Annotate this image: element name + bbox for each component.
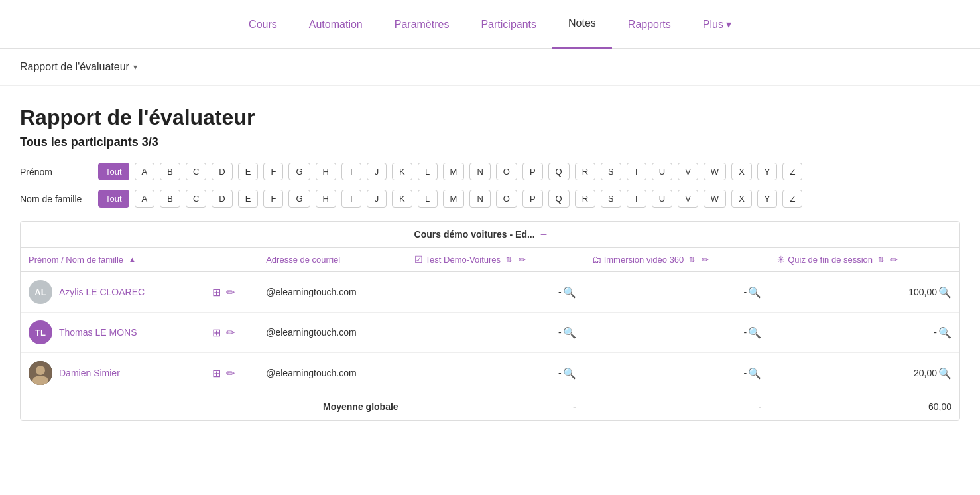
nom-filter-w[interactable]: W bbox=[704, 190, 726, 208]
nom-filter-q[interactable]: Q bbox=[548, 190, 570, 208]
prenom-filter-s[interactable]: S bbox=[601, 163, 621, 180]
prenom-filter-m[interactable]: M bbox=[443, 163, 465, 180]
row2-col1-value: - bbox=[558, 327, 562, 338]
col2-label: Immersion vidéo 360 bbox=[604, 255, 684, 265]
sort-col2-icon[interactable]: ⇅ bbox=[689, 255, 695, 264]
edit-col2-icon[interactable]: ✏ bbox=[702, 255, 709, 265]
nom-filter-t[interactable]: T bbox=[627, 190, 646, 208]
prenom-filter-h[interactable]: H bbox=[316, 163, 336, 180]
nom-filter-y[interactable]: Y bbox=[757, 190, 778, 208]
prenom-filter-r[interactable]: R bbox=[575, 163, 595, 180]
row3-col1-value: - bbox=[558, 368, 562, 378]
row2-col3-search-icon[interactable]: 🔍 bbox=[938, 326, 951, 339]
user-name-2[interactable]: Thomas LE MONS bbox=[59, 327, 137, 338]
row3-edit-icon[interactable]: ✏ bbox=[226, 367, 235, 380]
nom-filter-z[interactable]: Z bbox=[782, 190, 802, 208]
prenom-filter-n[interactable]: N bbox=[469, 163, 490, 180]
prenom-filter-y[interactable]: Y bbox=[757, 163, 778, 180]
prenom-filter-u[interactable]: U bbox=[652, 163, 672, 180]
prenom-filter-tout[interactable]: Tout bbox=[98, 163, 129, 180]
nom-filter-g[interactable]: G bbox=[288, 190, 310, 208]
prenom-filter-v[interactable]: V bbox=[678, 163, 698, 180]
prenom-filter-p[interactable]: P bbox=[522, 163, 543, 180]
edit-col3-icon[interactable]: ✏ bbox=[890, 255, 898, 265]
nav-plus[interactable]: Plus ▾ bbox=[687, 0, 747, 49]
nom-filter-i[interactable]: I bbox=[341, 190, 361, 208]
prenom-filter-f[interactable]: F bbox=[263, 163, 283, 180]
nom-filter-m[interactable]: M bbox=[443, 190, 465, 208]
row3-col1-search-icon[interactable]: 🔍 bbox=[563, 367, 576, 380]
row2-col1-search-icon[interactable]: 🔍 bbox=[563, 326, 576, 339]
row1-edit-icon[interactable]: ✏ bbox=[226, 286, 235, 299]
prenom-filter-a[interactable]: A bbox=[135, 163, 155, 180]
row1-grid-icon[interactable]: ⊞ bbox=[212, 286, 221, 299]
user-name-1[interactable]: Azylis LE CLOAREC bbox=[59, 287, 145, 297]
prenom-filter-k[interactable]: K bbox=[392, 163, 412, 180]
row1-col2-search-icon[interactable]: 🔍 bbox=[748, 286, 761, 299]
prenom-filter-e[interactable]: E bbox=[238, 163, 259, 180]
nom-filter-f[interactable]: F bbox=[263, 190, 283, 208]
nom-filter-c[interactable]: C bbox=[186, 190, 206, 208]
nom-filter-h[interactable]: H bbox=[316, 190, 336, 208]
svg-point-1 bbox=[36, 366, 45, 375]
nom-filter-b[interactable]: B bbox=[160, 190, 180, 208]
prenom-filter-label: Prénom bbox=[20, 167, 93, 177]
row2-col2-search-icon[interactable]: 🔍 bbox=[748, 326, 761, 339]
prenom-filter-j[interactable]: J bbox=[367, 163, 387, 180]
nom-filter-e[interactable]: E bbox=[238, 190, 259, 208]
sort-user-icon[interactable]: ▲ bbox=[129, 255, 136, 263]
col3-label: Quiz de fin de session bbox=[788, 255, 873, 265]
nom-filter-r[interactable]: R bbox=[575, 190, 595, 208]
prenom-filter-l[interactable]: L bbox=[418, 163, 438, 180]
nom-filter-v[interactable]: V bbox=[678, 190, 698, 208]
nav-notes[interactable]: Notes bbox=[552, 0, 612, 49]
row3-email: @elearningtouch.com bbox=[258, 353, 406, 393]
plus-label: Plus bbox=[703, 19, 723, 31]
row2-edit-icon[interactable]: ✏ bbox=[226, 326, 235, 339]
breadcrumb-title[interactable]: Rapport de l'évaluateur ▾ bbox=[20, 61, 960, 73]
prenom-filter-d[interactable]: D bbox=[212, 163, 232, 180]
sort-col3-icon[interactable]: ⇅ bbox=[878, 255, 884, 264]
sort-col1-icon[interactable]: ⇅ bbox=[506, 255, 512, 264]
nom-filter-o[interactable]: O bbox=[496, 190, 517, 208]
nom-filter-j[interactable]: J bbox=[367, 190, 387, 208]
prenom-filter-c[interactable]: C bbox=[186, 163, 206, 180]
nav-cours[interactable]: Cours bbox=[233, 0, 293, 49]
row3-col2-search-icon[interactable]: 🔍 bbox=[748, 367, 761, 380]
col-email-label: Adresse de courriel bbox=[266, 255, 340, 265]
row1-col3-value: 100,00 bbox=[908, 287, 937, 297]
row3-grid-icon[interactable]: ⊞ bbox=[212, 367, 221, 380]
nom-filter-s[interactable]: S bbox=[601, 190, 621, 208]
prenom-filter-o[interactable]: O bbox=[496, 163, 517, 180]
nom-filter-l[interactable]: L bbox=[418, 190, 438, 208]
nom-filter-p[interactable]: P bbox=[522, 190, 543, 208]
nav-rapports[interactable]: Rapports bbox=[612, 0, 687, 49]
nom-filter-tout[interactable]: Tout bbox=[98, 190, 129, 208]
nav-participants[interactable]: Participants bbox=[465, 0, 552, 49]
prenom-filter-x[interactable]: X bbox=[731, 163, 752, 180]
nom-filter-d[interactable]: D bbox=[212, 190, 232, 208]
nom-filter-x[interactable]: X bbox=[731, 190, 752, 208]
nav-automation[interactable]: Automation bbox=[293, 0, 379, 49]
nom-filter-label: Nom de famille bbox=[20, 194, 93, 204]
prenom-filter-q[interactable]: Q bbox=[548, 163, 570, 180]
prenom-filter-g[interactable]: G bbox=[288, 163, 310, 180]
nom-filter-a[interactable]: A bbox=[135, 190, 155, 208]
edit-col1-icon[interactable]: ✏ bbox=[519, 255, 526, 265]
nav-parametres[interactable]: Paramètres bbox=[379, 0, 465, 49]
nom-filter-n[interactable]: N bbox=[469, 190, 490, 208]
prenom-filter-t[interactable]: T bbox=[627, 163, 646, 180]
prenom-filter-w[interactable]: W bbox=[704, 163, 726, 180]
nom-filter-k[interactable]: K bbox=[392, 190, 412, 208]
nom-filter-u[interactable]: U bbox=[652, 190, 672, 208]
row1-col3-search-icon[interactable]: 🔍 bbox=[938, 286, 951, 299]
row3-col3-search-icon[interactable]: 🔍 bbox=[938, 367, 951, 380]
user-name-3[interactable]: Damien Simier bbox=[59, 368, 120, 378]
row1-col1-search-icon[interactable]: 🔍 bbox=[563, 286, 576, 299]
prenom-filter-i[interactable]: I bbox=[341, 163, 361, 180]
prenom-filter-z[interactable]: Z bbox=[782, 163, 802, 180]
collapse-group-button[interactable]: − bbox=[540, 228, 548, 240]
row2-grid-icon[interactable]: ⊞ bbox=[212, 326, 221, 339]
col3-type-icon: ✳ bbox=[777, 254, 785, 265]
prenom-filter-b[interactable]: B bbox=[160, 163, 180, 180]
